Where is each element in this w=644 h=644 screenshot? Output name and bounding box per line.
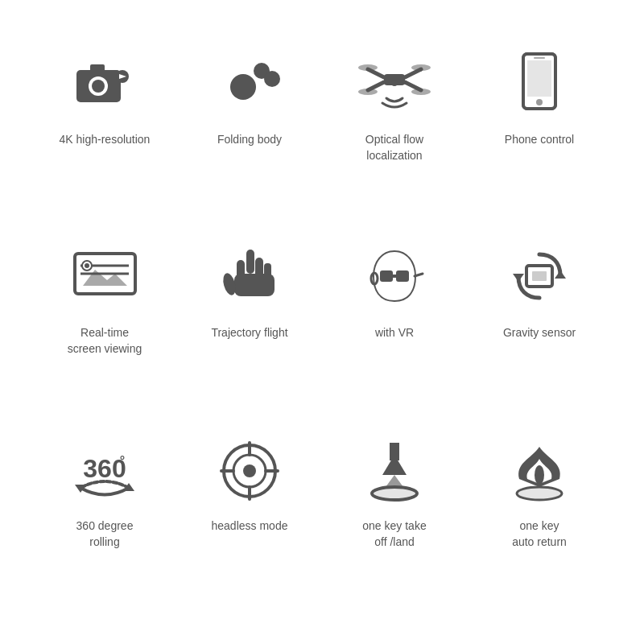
svg-rect-60 bbox=[390, 443, 399, 460]
svg-marker-43 bbox=[513, 274, 524, 282]
feature-screen-label: Real-time screen viewing bbox=[68, 325, 142, 357]
feature-gravity-label: Gravity sensor bbox=[503, 325, 576, 341]
vr-icon bbox=[358, 242, 431, 314]
feature-folding: Folding body bbox=[177, 32, 322, 225]
svg-rect-38 bbox=[396, 270, 409, 282]
headless-icon bbox=[213, 435, 286, 507]
feature-vr: with VR bbox=[322, 225, 467, 419]
svg-marker-61 bbox=[386, 475, 403, 487]
svg-rect-35 bbox=[234, 274, 275, 296]
feature-return: one key auto return bbox=[467, 419, 612, 612]
svg-point-17 bbox=[411, 89, 431, 95]
feature-takeoff-label: one key take off /land bbox=[362, 518, 426, 550]
svg-point-8 bbox=[264, 71, 280, 87]
svg-point-58 bbox=[372, 487, 417, 500]
feature-360: 360 ° 360 degree rolling bbox=[32, 419, 177, 612]
feature-4k-label: 4K high-resolution bbox=[60, 132, 151, 148]
svg-rect-23 bbox=[534, 57, 545, 59]
feature-phone-label: Phone control bbox=[505, 132, 574, 148]
svg-rect-31 bbox=[246, 250, 254, 274]
svg-text:°: ° bbox=[120, 454, 125, 468]
svg-point-52 bbox=[243, 464, 256, 477]
hand-icon bbox=[213, 242, 286, 314]
svg-marker-28 bbox=[83, 270, 127, 286]
feature-optical-label: Optical flow localization bbox=[365, 132, 423, 163]
svg-rect-37 bbox=[380, 270, 393, 282]
svg-rect-21 bbox=[527, 60, 551, 97]
svg-rect-3 bbox=[90, 64, 105, 72]
svg-point-63 bbox=[517, 487, 562, 500]
svg-point-16 bbox=[358, 89, 378, 95]
svg-point-15 bbox=[411, 64, 431, 71]
drone-icon bbox=[358, 48, 431, 121]
feature-screen: Real-time screen viewing bbox=[32, 225, 177, 419]
svg-point-6 bbox=[230, 74, 256, 100]
return-icon bbox=[503, 435, 576, 507]
360-icon: 360 ° bbox=[68, 435, 141, 507]
camera-icon bbox=[68, 48, 141, 121]
svg-point-14 bbox=[358, 64, 378, 71]
feature-trajectory: Trajectory flight bbox=[177, 225, 322, 419]
feature-headless-label: headless mode bbox=[212, 518, 288, 535]
phone-icon bbox=[503, 48, 576, 121]
svg-point-2 bbox=[92, 80, 105, 93]
feature-vr-label: with VR bbox=[375, 325, 414, 341]
feature-optical: Optical flow localization bbox=[322, 32, 467, 225]
svg-marker-42 bbox=[555, 270, 566, 279]
feature-4k-camera: 4K high-resolution bbox=[32, 32, 177, 225]
screen-icon bbox=[68, 242, 141, 314]
svg-point-64 bbox=[535, 465, 544, 485]
feature-takeoff: one key take off /land bbox=[322, 419, 467, 612]
svg-rect-39 bbox=[391, 275, 398, 278]
svg-point-22 bbox=[536, 99, 543, 105]
feature-360-label: 360 degree rolling bbox=[76, 518, 134, 550]
feature-trajectory-label: Trajectory flight bbox=[211, 325, 287, 341]
gravity-icon bbox=[503, 242, 576, 314]
svg-point-18 bbox=[391, 80, 398, 86]
svg-rect-45 bbox=[532, 271, 547, 281]
svg-point-30 bbox=[85, 263, 89, 268]
features-grid: 4K high-resolution Folding body bbox=[16, 16, 628, 628]
feature-return-label: one key auto return bbox=[512, 518, 567, 550]
feature-folding-label: Folding body bbox=[217, 132, 282, 148]
feature-headless: headless mode bbox=[177, 419, 322, 612]
feature-phone: Phone control bbox=[467, 32, 612, 225]
takeoff-icon bbox=[358, 435, 431, 507]
folding-icon bbox=[213, 48, 286, 121]
feature-gravity: Gravity sensor bbox=[467, 225, 612, 419]
